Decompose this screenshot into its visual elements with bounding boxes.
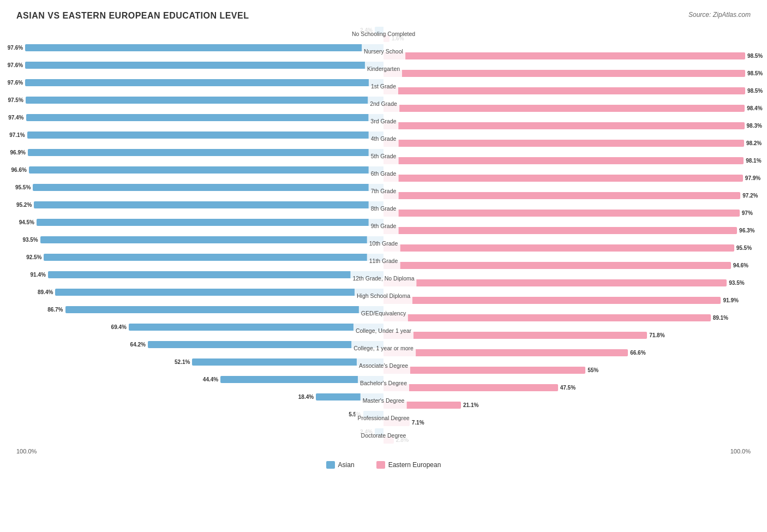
asian-value: 5.5% xyxy=(349,411,361,417)
bar-row-ee: 94.6% xyxy=(16,261,751,269)
bar-pink: 98.4% xyxy=(384,105,745,112)
right-half-asian xyxy=(384,44,751,51)
bar-pink: 21.1% xyxy=(384,402,461,409)
ee-value: 71.8% xyxy=(649,332,664,338)
chart-title: ASIAN VS EASTERN EUROPEAN EDUCATION LEVE… xyxy=(16,11,751,21)
right-half-asian xyxy=(384,61,751,69)
asian-value: 69.4% xyxy=(111,324,127,330)
left-half-ee xyxy=(16,279,384,286)
row-group: 86.7%89.1%GED/Equivalency xyxy=(16,306,751,321)
right-half-asian xyxy=(384,253,751,261)
bar-row-asian: 86.7% xyxy=(16,306,751,313)
left-half-asian: 97.1% xyxy=(16,131,384,139)
bar-row-ee: 96.3% xyxy=(16,226,751,234)
row-group: 2.4%1.6%No Schooling Completed xyxy=(16,26,751,42)
asian-value: 97.4% xyxy=(8,115,23,121)
right-half-asian xyxy=(384,96,751,104)
left-half-ee xyxy=(16,104,384,112)
right-half-asian xyxy=(384,131,751,139)
legend-eastern-european-label: Eastern European xyxy=(388,461,441,469)
right-half-asian xyxy=(384,218,751,226)
bar-row-asian: 97.1% xyxy=(16,131,751,139)
row-group: 97.6%98.5%Nursery School xyxy=(16,44,751,59)
right-half-asian xyxy=(384,358,751,366)
left-half-ee xyxy=(16,192,384,199)
left-half-asian: 95.2% xyxy=(16,201,384,208)
bar-blue: 92.5% xyxy=(44,254,384,261)
right-half-ee: 97.2% xyxy=(384,192,751,199)
left-half-asian: 89.4% xyxy=(16,288,384,296)
chart-container: ASIAN VS EASTERN EUROPEAN EDUCATION LEVE… xyxy=(0,0,767,501)
bar-row-asian: 44.4% xyxy=(16,375,751,383)
bar-row-asian: 18.4% xyxy=(16,393,751,401)
right-half-ee: 47.5% xyxy=(384,384,751,391)
ee-value: 93.5% xyxy=(729,280,744,286)
right-half-ee: 96.3% xyxy=(384,226,751,234)
row-group: 97.6%98.5%1st Grade xyxy=(16,79,751,94)
bar-blue: 18.4% xyxy=(316,393,384,401)
bar-blue: 2.4% xyxy=(375,27,384,34)
ee-value: 98.4% xyxy=(747,105,762,111)
bar-pink: 98.2% xyxy=(384,140,744,147)
right-half-asian xyxy=(384,323,751,331)
bar-blue: 97.6% xyxy=(25,44,384,51)
asian-value: 97.1% xyxy=(9,132,25,138)
ee-value: 98.1% xyxy=(746,158,761,164)
asian-value: 97.6% xyxy=(8,80,23,86)
asian-value: 91.4% xyxy=(31,272,46,278)
bar-pink: 66.6% xyxy=(384,349,628,356)
bar-row-asian: 93.5% xyxy=(16,236,751,243)
left-half-asian: 64.2% xyxy=(16,340,384,348)
bar-row-ee: 98.5% xyxy=(16,69,751,77)
right-half-ee: 93.5% xyxy=(384,279,751,286)
right-half-ee: 95.5% xyxy=(384,244,751,252)
bar-blue: 5.5% xyxy=(363,411,384,418)
bar-blue: 64.2% xyxy=(148,341,384,348)
left-half-asian: 97.6% xyxy=(16,44,384,51)
row-group: 52.1%55%Associate's Degree xyxy=(16,358,751,374)
row-group: 97.1%98.2%4th Grade xyxy=(16,131,751,147)
ee-value: 47.5% xyxy=(560,385,576,391)
bar-row-ee: 47.5% xyxy=(16,384,751,391)
asian-value: 64.2% xyxy=(130,342,146,348)
bar-row-asian: 97.6% xyxy=(16,44,751,51)
bar-row-asian: 97.4% xyxy=(16,113,751,121)
ee-value: 98.5% xyxy=(747,53,763,59)
bar-row-ee: 97% xyxy=(16,209,751,217)
bar-row-ee: 89.1% xyxy=(16,314,751,321)
left-half-asian: 5.5% xyxy=(16,410,384,418)
row-group: 5.5%7.1%Professional Degree xyxy=(16,410,751,426)
row-group: 95.2%97%8th Grade xyxy=(16,201,751,217)
row-group: 2.4%2.8%Doctorate Degree xyxy=(16,428,751,444)
left-half-ee xyxy=(16,34,384,42)
left-half-asian: 95.5% xyxy=(16,183,384,191)
ee-value: 96.3% xyxy=(739,228,754,234)
left-half-ee xyxy=(16,296,384,304)
right-half-asian xyxy=(384,288,751,296)
rows-container: 2.4%1.6%No Schooling Completed97.6%98.5%… xyxy=(16,26,751,444)
bar-row-ee: 98.4% xyxy=(16,104,751,112)
legend-eastern-european: Eastern European xyxy=(376,461,441,469)
left-half-ee xyxy=(16,122,384,129)
right-half-asian xyxy=(384,428,751,435)
bar-blue: 96.9% xyxy=(28,149,384,156)
bar-row-asian: 5.5% xyxy=(16,410,751,418)
left-half-ee xyxy=(16,69,384,77)
right-half-asian xyxy=(384,113,751,121)
row-group: 96.6%97.9%6th Grade xyxy=(16,166,751,182)
bar-row-asian: 96.6% xyxy=(16,166,751,174)
bar-row-asian: 96.9% xyxy=(16,148,751,156)
left-half-asian: 94.5% xyxy=(16,218,384,226)
bar-pink: 97.9% xyxy=(384,175,743,182)
bar-blue: 89.4% xyxy=(55,289,384,296)
right-half-asian xyxy=(384,340,751,348)
bar-pink: 47.5% xyxy=(384,384,558,391)
legend-eastern-european-box xyxy=(376,461,385,469)
bar-row-ee: 2.8% xyxy=(16,436,751,444)
asian-value: 93.5% xyxy=(22,237,38,243)
row-group: 97.5%98.4%2nd Grade xyxy=(16,96,751,112)
bar-row-asian: 64.2% xyxy=(16,340,751,348)
bar-row-ee: 95.5% xyxy=(16,244,751,252)
bar-blue: 97.5% xyxy=(26,97,384,104)
left-half-asian: 97.5% xyxy=(16,96,384,104)
